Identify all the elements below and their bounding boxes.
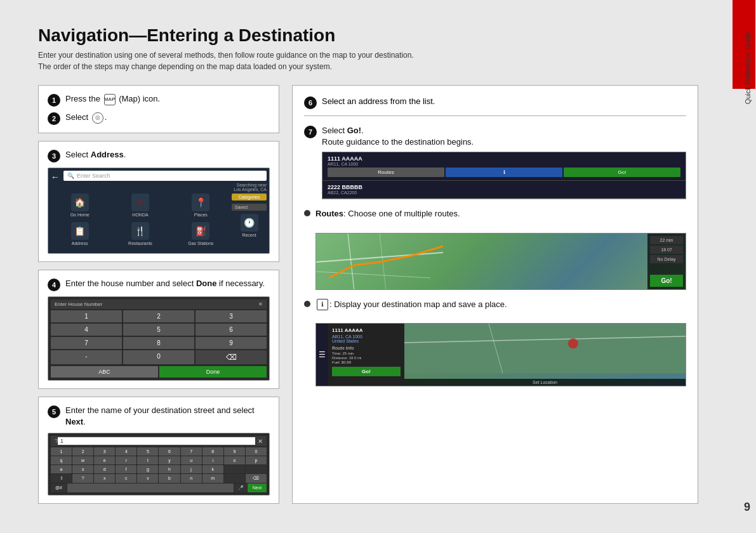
select-icon: ◎ [92, 112, 103, 124]
key-8: 8 [123, 337, 194, 349]
go-home-item: 🏠 Go Home [51, 194, 109, 217]
key-space [67, 484, 234, 492]
go-home-label: Go Home [70, 213, 90, 217]
honda-label: HONDA [132, 213, 148, 217]
s4-header: Enter House Number ✕ [51, 299, 267, 309]
key-0: 0 [246, 447, 267, 456]
s4-keypad: 1 2 3 4 5 6 7 8 9 - 0 ⌫ [51, 310, 267, 364]
key-8: 8 [202, 447, 223, 456]
step-6-text: Select an address from the list. [322, 96, 435, 107]
key-2: 2 [123, 310, 194, 322]
key-5: 5 [137, 447, 158, 456]
bullet-dot-2 [304, 301, 310, 307]
step-5-row: 5 Enter the name of your destination str… [48, 405, 270, 428]
key-g: g [137, 465, 158, 473]
route-entry-2: 2222 BBBBB AB22, CA2200 [322, 181, 686, 199]
routes-map-screen: 22 min 18 07 No Delay Go! [315, 233, 686, 290]
step-5-num: 5 [48, 405, 60, 418]
step-4-screen: Enter House Number ✕ 1 2 3 4 5 6 7 8 [48, 296, 270, 381]
search-icon: 🔍 [67, 173, 74, 179]
step-5-text: Enter the name of your destination stree… [65, 405, 270, 428]
step-5-box: 5 Enter the name of your destination str… [38, 397, 279, 504]
info-dest-addr: AB11, CA 1000 United States [332, 334, 401, 343]
key-p: p [246, 456, 267, 464]
svg-rect-4 [404, 324, 686, 373]
map-svg [316, 234, 686, 289]
info-detail-1: Time: 25 min [332, 352, 401, 355]
step-7-num: 7 [304, 126, 317, 138]
key-7: 7 [181, 447, 202, 456]
key-y: y [159, 456, 180, 464]
step-4-row: 4 Enter the house number and select Done… [48, 278, 270, 291]
page-title: Navigation—Entering a Destination [38, 25, 698, 46]
s4-header-text: Enter House Number [55, 301, 102, 307]
location-text: Searching nearLos Angeles, CA [51, 183, 267, 192]
key-s: s [72, 465, 93, 473]
info-detail-2: Distance: 18.0 mi [332, 356, 401, 360]
key-9: 9 [224, 447, 245, 456]
bullet-routes: Routes: Choose one of multiple routes. [304, 208, 686, 220]
gas-icon: ⛽ [192, 222, 209, 240]
route-1-name: 1111 AAAAA [328, 155, 680, 162]
key-7: 7 [51, 337, 122, 349]
info-map: Set Location [404, 324, 686, 386]
info-screen-wrapper: ☰ 1111 AAAAA AB11, CA 1000 United States… [315, 319, 686, 386]
route-entry-1: 1111 AAAAA AR11, CA 1000 Routes ℹ Go! [322, 152, 686, 181]
key-h: h [159, 465, 180, 473]
info-left-panel: 1111 AAAAA AB11, CA 1000 United States R… [328, 324, 404, 386]
routes-screen: 1111 AAAAA AR11, CA 1000 Routes ℹ Go! [322, 152, 686, 199]
dist-item: 18 07 [650, 246, 683, 254]
step-1-text: Press the MAP (Map) icon. [65, 93, 160, 105]
key-shift: ⇧ [51, 474, 72, 483]
info-dest-name: 1111 AAAAA [332, 327, 401, 333]
info-btn: ℹ [446, 168, 562, 177]
step-3-box: 3 Select Address. ← 🔍 Enter Search [38, 141, 279, 262]
key-4: 4 [51, 324, 122, 336]
key-question: ? [72, 474, 93, 483]
svg-line-0 [316, 253, 443, 262]
key-minus: - [51, 350, 122, 364]
honda-item: H HONDA [111, 194, 169, 217]
restaurants-item: 🍴 Restaurants [111, 222, 169, 246]
address-item: 📋 Address [51, 222, 109, 246]
key-t: t [137, 456, 158, 464]
key-6: 6 [159, 447, 180, 456]
restaurants-icon: 🍴 [131, 222, 149, 240]
step-4-box: 4 Enter the house number and select Done… [38, 270, 279, 389]
s4-bottom-btns: ABC Done [51, 366, 267, 378]
key-v: v [137, 474, 158, 483]
key-2: 2 [72, 447, 93, 456]
bullet-dot-1 [304, 210, 310, 216]
info-arrow-icon: ☰ [316, 324, 328, 386]
key-backspace2: ⌫ [246, 474, 267, 483]
route-1-addr: AR11, CA 1000 [328, 162, 680, 166]
places-item: 📍 Places [172, 194, 230, 217]
key-symbols: @# [51, 484, 67, 492]
s4-close-icon: ✕ [258, 301, 263, 307]
s5-keyboard-row4: ⇧ ? x c v b n m ⌫ [51, 474, 267, 483]
info-go-btn: Go! [332, 367, 401, 376]
bullet-info: ℹ: Display your destination map and save… [304, 299, 686, 311]
bullet-routes-text: Routes: Choose one of multiple routes. [315, 208, 460, 220]
key-empty3 [224, 474, 245, 483]
key-m: m [202, 474, 223, 483]
search-placeholder: Enter Search [77, 173, 110, 179]
info-icon: ℹ [317, 299, 328, 310]
step-1-2-box: 1 Press the MAP (Map) icon. 2 Select ◎. [38, 85, 279, 133]
s5-close-icon: ✕ [258, 438, 263, 445]
key-1: 1 [51, 447, 72, 456]
key-1: 1 [51, 310, 122, 322]
key-5: 5 [123, 324, 194, 336]
s5-bottom-row: @# 🎤 Next [51, 484, 267, 492]
step-6-row: 6 Select an address from the list. [304, 96, 686, 116]
address-label: Address [72, 241, 88, 246]
key-0: 0 [123, 350, 194, 364]
step-2-text: Select ◎. [65, 112, 107, 124]
key-3: 3 [94, 447, 115, 456]
right-column: 6 Select an address from the list. 7 Sel… [292, 85, 698, 504]
search-bar: 🔍 Enter Search [63, 171, 267, 181]
go-home-icon: 🏠 [71, 194, 89, 211]
key-e: e [94, 456, 115, 464]
step-7-section: 7 Select Go!.Route guidance to the desti… [304, 125, 686, 199]
saved-btn: Saved [232, 204, 267, 211]
